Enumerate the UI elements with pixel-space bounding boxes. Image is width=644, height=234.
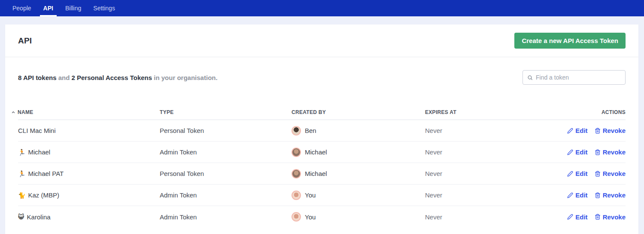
api-card: API Create a new API Access Token 8 API … — [5, 25, 638, 234]
page-title: API — [18, 36, 32, 46]
tab-settings[interactable]: Settings — [87, 0, 121, 16]
pencil-icon — [567, 128, 573, 134]
top-navigation: People API Billing Settings — [0, 0, 644, 16]
cat-face-emoji-icon: 😺 — [18, 213, 24, 220]
pencil-icon — [567, 192, 573, 198]
created-by-name: You — [305, 191, 316, 199]
trash-icon — [595, 149, 601, 155]
token-summary: 8 API tokens and 2 Personal Access Token… — [18, 74, 218, 81]
edit-button[interactable]: Edit — [567, 170, 587, 177]
column-header-name[interactable]: Name — [18, 109, 160, 115]
expires-at: Never — [425, 127, 554, 134]
avatar — [292, 148, 301, 157]
table-header-row: Name Type Created by Expires at Actions — [18, 105, 626, 120]
edit-button[interactable]: Edit — [567, 213, 587, 221]
card-header: API Create a new API Access Token — [5, 25, 638, 57]
runner-emoji-icon: 🏃 — [18, 170, 25, 177]
tab-billing[interactable]: Billing — [59, 0, 87, 16]
trash-icon — [595, 192, 601, 198]
avatar — [292, 212, 301, 222]
search-input[interactable] — [536, 74, 621, 81]
expires-at: Never — [425, 191, 554, 199]
avatar — [292, 126, 301, 135]
column-header-expires-at: Expires at — [425, 109, 554, 115]
pencil-icon — [567, 149, 573, 155]
token-name: Kaz (MBP) — [28, 191, 59, 199]
expires-at: Never — [425, 170, 554, 177]
token-name: Michael — [28, 148, 50, 156]
table-row: 🏃 Michael PAT Personal Token Michael Nev… — [18, 163, 626, 185]
summary-suffix: in your organisation. — [152, 74, 218, 81]
pencil-icon — [567, 214, 573, 220]
avatar — [292, 169, 301, 179]
trash-icon — [595, 171, 601, 177]
trash-icon — [595, 214, 601, 220]
column-header-name-label: Name — [18, 109, 33, 115]
summary-pat-count: 2 Personal Access Tokens — [72, 74, 152, 81]
token-name: Karolina — [27, 213, 51, 221]
tokens-table: Name Type Created by Expires at Actions … — [18, 105, 626, 228]
tab-api[interactable]: API — [37, 0, 59, 16]
avatar — [292, 191, 301, 200]
revoke-button[interactable]: Revoke — [595, 191, 626, 199]
table-row: CLI Mac Mini Personal Token Ben Never Ed… — [18, 120, 626, 142]
expires-at: Never — [425, 148, 554, 156]
revoke-button[interactable]: Revoke — [595, 213, 626, 221]
column-header-type: Type — [160, 109, 292, 115]
token-name: Michael PAT — [28, 170, 64, 177]
edit-button[interactable]: Edit — [567, 191, 587, 199]
pencil-icon — [567, 171, 573, 177]
tab-people[interactable]: People — [6, 0, 37, 16]
trash-icon — [595, 128, 601, 134]
token-type: Personal Token — [160, 127, 292, 134]
created-by-name: Michael — [305, 170, 327, 177]
column-header-actions: Actions — [554, 109, 626, 115]
summary-api-token-count: 8 API tokens — [18, 74, 56, 81]
token-type: Personal Token — [160, 170, 292, 177]
summary-connector: and — [56, 74, 71, 81]
column-header-created-by: Created by — [292, 109, 425, 115]
edit-button[interactable]: Edit — [567, 127, 587, 134]
create-token-button[interactable]: Create a new API Access Token — [514, 33, 626, 49]
edit-button[interactable]: Edit — [567, 148, 587, 156]
created-by-name: Ben — [305, 127, 316, 134]
table-row: 🐈 Kaz (MBP) Admin Token You Never Edit — [18, 185, 626, 206]
created-by-name: Michael — [305, 148, 327, 156]
expires-at: Never — [425, 213, 554, 221]
card-body: 8 API tokens and 2 Personal Access Token… — [5, 57, 638, 228]
revoke-button[interactable]: Revoke — [595, 170, 626, 177]
created-by-name: You — [305, 213, 316, 221]
revoke-button[interactable]: Revoke — [595, 148, 626, 156]
runner-emoji-icon: 🏃 — [18, 149, 25, 156]
token-type: Admin Token — [160, 213, 292, 221]
table-row: 😺 Karolina Admin Token You Never Edit — [18, 206, 626, 228]
magnifier-icon — [527, 75, 533, 80]
token-type: Admin Token — [160, 148, 292, 156]
chevron-up-icon — [11, 110, 15, 114]
table-row: 🏃 Michael Admin Token Michael Never Edit — [18, 142, 626, 163]
meta-row: 8 API tokens and 2 Personal Access Token… — [18, 70, 626, 85]
token-name: CLI Mac Mini — [18, 127, 56, 134]
token-type: Admin Token — [160, 191, 292, 199]
cat-emoji-icon: 🐈 — [18, 192, 25, 199]
token-search — [522, 70, 626, 85]
revoke-button[interactable]: Revoke — [595, 127, 626, 134]
